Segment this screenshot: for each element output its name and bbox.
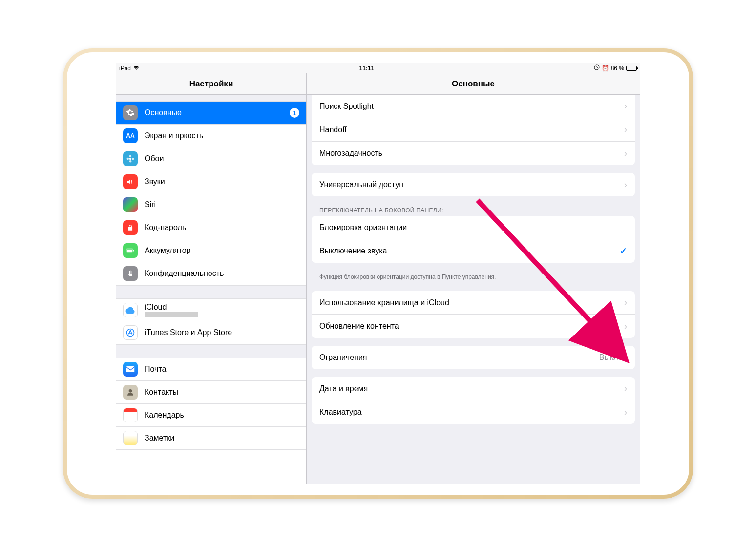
- row-lock-orientation[interactable]: Блокировка ориентации: [312, 216, 635, 239]
- sidebar-item-mail[interactable]: Почта: [116, 358, 306, 381]
- svg-point-4: [127, 158, 129, 160]
- row-handoff[interactable]: Handoff ›: [312, 118, 635, 142]
- sidebar-item-siri[interactable]: Siri: [116, 193, 306, 216]
- row-label: Многозадачность: [319, 149, 624, 158]
- svg-rect-8: [127, 250, 132, 252]
- sidebar-item-label: Заметки: [145, 434, 299, 442]
- gear-icon: [123, 105, 138, 120]
- battery-percent: 86 %: [611, 65, 624, 72]
- svg-rect-10: [126, 366, 135, 372]
- sidebar-item-label: Обои: [145, 154, 299, 163]
- sidebar-item-label: Контакты: [145, 388, 299, 397]
- sidebar-item-label: Календарь: [145, 411, 299, 420]
- row-accessibility[interactable]: Универсальный доступ ›: [312, 173, 635, 196]
- sidebar-item-battery[interactable]: Аккумулятор: [116, 239, 306, 262]
- row-multitasking[interactable]: Многозадачность ›: [312, 142, 635, 165]
- row-restrictions[interactable]: Ограничения Выкл. ›: [312, 346, 635, 369]
- sidebar-item-privacy[interactable]: Конфиденциальность: [116, 262, 306, 285]
- row-keyboard[interactable]: Клавиатура ›: [312, 400, 635, 424]
- group-side-switch: Блокировка ориентации Выключение звука ✓: [312, 216, 635, 263]
- display-icon: AA: [123, 128, 138, 143]
- icloud-account-redacted: [145, 312, 198, 317]
- sidebar-item-label: iTunes Store и App Store: [145, 328, 299, 337]
- sidebar-item-label: Основные: [145, 108, 283, 117]
- icloud-icon: [123, 303, 138, 317]
- orientation-lock-icon: [594, 64, 600, 72]
- badge-count: 1: [290, 108, 299, 118]
- device-label: iPad: [119, 65, 131, 72]
- alarm-icon: ⏰: [602, 65, 609, 72]
- sidebar-item-label: Звуки: [145, 177, 299, 186]
- battery-icon: [626, 66, 637, 71]
- group-spotlight: Поиск Spotlight › Handoff › Многозадачно…: [312, 95, 635, 165]
- chevron-right-icon: ›: [624, 125, 627, 135]
- siri-icon: [123, 197, 138, 212]
- screen: iPad 11:11 ⏰ 86 % Нас: [116, 63, 640, 484]
- row-value: Выкл.: [599, 353, 620, 362]
- chevron-right-icon: ›: [624, 353, 627, 363]
- flower-icon: [123, 151, 138, 166]
- svg-point-5: [132, 158, 134, 160]
- sidebar-item-calendar[interactable]: Календарь: [116, 404, 306, 427]
- mail-icon: [123, 362, 138, 377]
- contacts-icon: [123, 385, 138, 400]
- ipad-frame: iPad 11:11 ⏰ 86 % Нас: [63, 48, 693, 499]
- sidebar-item-label: iCloud: [145, 303, 198, 312]
- sidebar-title: Настройки: [116, 73, 306, 95]
- svg-point-1: [129, 158, 132, 160]
- sidebar-item-label: Почта: [145, 365, 299, 374]
- checkmark-icon: ✓: [620, 246, 627, 256]
- sidebar-item-passcode[interactable]: Код-пароль: [116, 216, 306, 239]
- sidebar-item-label: Экран и яркость: [145, 131, 299, 140]
- side-switch-footer: Функция блокировки ориентации доступна в…: [307, 271, 640, 283]
- sidebar-item-label: Аккумулятор: [145, 246, 299, 255]
- row-label: Клавиатура: [319, 408, 624, 417]
- row-mute[interactable]: Выключение звука ✓: [312, 239, 635, 263]
- row-date-time[interactable]: Дата и время ›: [312, 377, 635, 400]
- hand-icon: [123, 266, 138, 281]
- sidebar-item-label: Код-пароль: [145, 223, 299, 232]
- detail-pane: Основные Поиск Spotlight › Handoff ›: [307, 73, 640, 484]
- group-datetime: Дата и время › Клавиатура ›: [312, 377, 635, 424]
- svg-point-11: [129, 389, 132, 393]
- group-accessibility: Универсальный доступ ›: [312, 173, 635, 196]
- appstore-icon: [123, 325, 138, 340]
- battery-icon: [123, 243, 138, 258]
- side-switch-header: ПЕРЕКЛЮЧАТЕЛЬ НА БОКОВОЙ ПАНЕЛИ:: [307, 204, 640, 216]
- row-label: Обновление контента: [319, 322, 624, 331]
- row-storage-icloud[interactable]: Использование хранилища и iCloud ›: [312, 291, 635, 315]
- row-label: Использование хранилища и iCloud: [319, 298, 624, 307]
- wifi-icon: [133, 65, 140, 72]
- sidebar-item-general[interactable]: Основные 1: [116, 102, 306, 125]
- chevron-right-icon: ›: [624, 383, 627, 394]
- row-label: Handoff: [319, 126, 624, 134]
- row-spotlight[interactable]: Поиск Spotlight ›: [312, 95, 635, 118]
- row-label: Универсальный доступ: [319, 180, 624, 189]
- sidebar-item-contacts[interactable]: Контакты: [116, 381, 306, 404]
- svg-point-2: [129, 155, 132, 158]
- chevron-right-icon: ›: [624, 180, 627, 190]
- row-label: Дата и время: [319, 384, 624, 393]
- sidebar-item-display[interactable]: AA Экран и яркость: [116, 125, 306, 147]
- row-label: Выключение звука: [319, 247, 620, 255]
- row-background-refresh[interactable]: Обновление контента ›: [312, 315, 635, 338]
- group-restrictions: Ограничения Выкл. ›: [312, 346, 635, 369]
- sidebar-item-wallpaper[interactable]: Обои: [116, 147, 306, 170]
- chevron-right-icon: ›: [624, 148, 627, 159]
- chevron-right-icon: ›: [624, 297, 627, 308]
- clock: 11:11: [359, 65, 374, 72]
- lock-icon: [123, 220, 138, 235]
- chevron-right-icon: ›: [624, 321, 627, 332]
- calendar-icon: [123, 408, 138, 422]
- status-bar: iPad 11:11 ⏰ 86 %: [116, 63, 640, 73]
- row-label: Ограничения: [319, 353, 599, 362]
- chevron-right-icon: ›: [624, 407, 627, 418]
- sidebar-item-notes[interactable]: Заметки: [116, 427, 306, 450]
- sidebar-item-sounds[interactable]: Звуки: [116, 170, 306, 193]
- sidebar-item-icloud[interactable]: iCloud: [116, 299, 306, 321]
- sidebar-item-itunes-appstore[interactable]: iTunes Store и App Store: [116, 321, 306, 344]
- sidebar-item-label: Конфиденциальность: [145, 269, 299, 278]
- speaker-icon: [123, 174, 138, 189]
- detail-title: Основные: [307, 73, 640, 95]
- chevron-right-icon: ›: [624, 101, 627, 111]
